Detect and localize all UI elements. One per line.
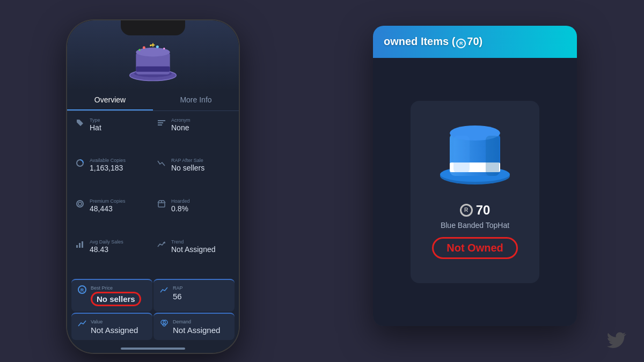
stats-grid: Type Hat Acronym None [67,111,239,278]
stat-acronym: Acronym None [153,113,235,154]
stat-type-value: Hat [90,123,101,132]
card-value-value: Not Assigned [91,326,138,335]
svg-rect-16 [158,203,165,207]
item-price: 70 [476,203,491,218]
right-panel: owned Items (R70) [373,26,577,326]
stat-rap-after-sale: RAP After Sale No sellers [153,153,235,194]
stat-available-copies-label: Available Copies [90,158,126,163]
card-rap-value: 56 [173,292,183,301]
stat-hoarded-value: 0.8% [171,204,190,213]
svg-point-9 [163,47,165,49]
premium-circle-icon [76,200,86,210]
robux-coin: R [460,204,473,217]
box-icon [157,200,168,210]
scene: Overview More Info Type Hat [0,0,644,362]
svg-text:R: R [80,287,84,293]
tabs: Overview More Info [67,90,239,111]
item-card: R 70 Blue Banded TopHat Not Owned [411,101,539,283]
bar-chart-icon [76,240,86,251]
tag-icon [76,119,86,129]
tab-overview[interactable]: Overview [67,90,153,110]
robux-icon: R [78,285,87,295]
svg-rect-33 [453,136,470,173]
line-chart-icon [78,319,87,329]
svg-point-10 [138,49,140,50]
blue-hat-svg [435,114,515,195]
card-demand: Demand Not Assigned [153,313,235,340]
card-best-price-label: Best Price [91,285,141,291]
stat-acronym-label: Acronym [171,117,191,123]
stat-type-label: Type [90,117,101,123]
bottom-cards: R Best Price No sellers RAP [67,278,239,344]
right-panel-header: owned Items (R70) [373,26,577,58]
stat-premium-copies: Premium Copies 48,443 [71,194,153,235]
label-icon [157,119,168,129]
stat-type: Type Hat [71,113,153,154]
demand-icon [160,319,170,329]
stat-premium-copies-value: 48,443 [90,204,126,213]
blue-hat-image [432,112,518,197]
right-panel-title: owned Items (R70) [384,35,482,48]
svg-point-14 [77,201,83,207]
card-value-label: Value [91,319,138,324]
stat-avg-daily-sales-label: Avg Daily Sales [90,239,123,245]
stat-avg-daily-sales: Avg Daily Sales 48.43 [71,235,153,276]
not-owned-text: Not Owned [447,242,503,254]
trend-x-icon [157,240,168,251]
card-best-price: R Best Price No sellers [71,279,152,312]
card-rap-label: RAP [173,285,183,291]
stat-trend-label: Trend [171,239,216,245]
svg-point-8 [156,45,159,48]
card-rap: RAP 56 [153,279,235,312]
svg-rect-18 [76,245,78,248]
not-owned-badge: Not Owned [432,237,518,259]
stat-available-copies-value: 1,163,183 [90,164,126,172]
hat-image [126,42,180,85]
svg-rect-4 [136,66,170,71]
card-value: Value Not Assigned [71,313,152,340]
stat-acronym-value: None [171,123,191,132]
svg-rect-20 [82,241,83,248]
stat-premium-copies-label: Premium Copies [90,198,126,204]
stat-trend-value: Not Assigned [171,245,216,254]
card-best-price-value: No sellers [91,292,141,306]
trend-down-icon [157,159,168,169]
svg-rect-34 [486,136,499,176]
stat-rap-label: RAP After Sale [171,158,204,163]
robux-icon-header: R [456,39,466,48]
stat-rap-value: No sellers [171,164,204,172]
chart-icon [160,285,170,295]
price-row: R 70 [460,203,491,218]
stat-trend: Trend Not Assigned [153,235,235,276]
no-sellers-highlight: No sellers [91,292,141,306]
phone-notch [121,20,185,35]
circle-chart-icon [76,159,86,169]
card-demand-value: Not Assigned [173,326,220,335]
home-indicator [121,348,185,350]
svg-rect-19 [79,243,80,248]
tab-more-info[interactable]: More Info [153,90,239,110]
stat-hoarded: Hoarded 0.8% [153,194,235,235]
right-panel-body: R 70 Blue Banded TopHat Not Owned [373,58,577,326]
svg-point-6 [143,46,145,49]
card-demand-label: Demand [173,319,220,324]
phone: Overview More Info Type Hat [67,20,239,353]
twitter-bird-icon [606,330,628,351]
stat-available-copies: Available Copies 1,163,183 [71,153,153,194]
stat-hoarded-label: Hoarded [171,198,190,204]
svg-point-15 [78,202,82,205]
phone-screen: Overview More Info Type Hat [67,20,239,353]
item-name: Blue Banded TopHat [441,221,509,230]
stat-avg-daily-sales-value: 48.43 [90,245,123,254]
